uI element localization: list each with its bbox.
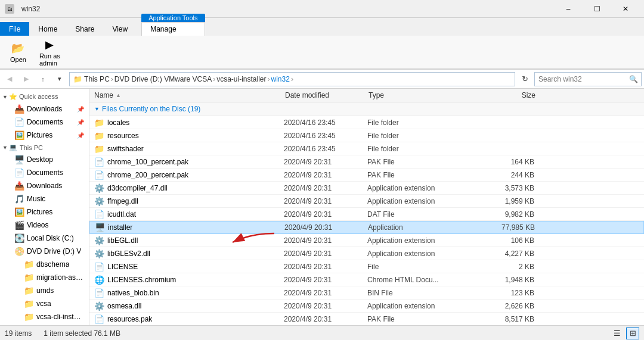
quick-access-label: ⭐ Quick access <box>9 93 58 101</box>
file-row[interactable]: 📄icudtl.dat2020/4/9 20:31DAT File9,982 K… <box>89 208 644 221</box>
sidebar-item-vcsa-cli[interactable]: 📁 vcsa-cli-installe <box>19 310 89 323</box>
group-header[interactable]: ▼ Files Currently on the Disc (19) <box>89 102 644 116</box>
up-button[interactable]: ↑ <box>36 72 50 86</box>
file-icon: 📄 <box>94 288 104 298</box>
file-date: 2020/4/9 20:31 <box>284 184 367 192</box>
file-type: Application <box>368 223 475 232</box>
sidebar-item-dvd[interactable]: 📀 DVD Drive (D:) V <box>10 245 89 258</box>
sidebar-item-videos[interactable]: 🎬 Videos <box>10 219 89 232</box>
status-bar: 19 items 1 item selected 76.1 MB ☰ ⊞ <box>0 325 644 340</box>
file-name: installer <box>108 223 284 232</box>
file-row[interactable]: 🖥️installer2020/4/9 20:31Application77,9… <box>89 221 644 234</box>
dvd-icon: 📀 <box>14 247 24 256</box>
file-row[interactable]: 📄chrome_200_percent.pak2020/4/9 20:31PAK… <box>89 169 644 182</box>
file-size: 2 KB <box>475 263 534 271</box>
file-date: 2020/4/9 20:31 <box>284 158 367 166</box>
col-header-size[interactable]: Size <box>476 91 535 99</box>
back-button[interactable]: ◀ <box>2 72 17 86</box>
file-type: PAK File <box>367 171 475 179</box>
refresh-button[interactable]: ↻ <box>518 72 532 86</box>
file-row[interactable]: 🌐LICENSES.chromium2020/4/9 20:31Chrome H… <box>89 273 644 286</box>
dvd-subitems: 📁 dbschema 📁 migration-assis 📁 umds 📁 vc… <box>0 258 89 325</box>
group-label: Files Currently on the Disc (19) <box>102 105 200 113</box>
sidebar-item-dbschema[interactable]: 📁 dbschema <box>19 258 89 271</box>
sidebar-item-downloads[interactable]: 📥 Downloads <box>10 179 89 192</box>
file-date: 2020/4/16 23:45 <box>284 118 367 127</box>
file-row[interactable]: ⚙️osmesa.dll2020/4/9 20:31Application ex… <box>89 300 644 313</box>
thispc-arrow: ▼ <box>2 145 8 151</box>
forward-button[interactable]: ▶ <box>19 72 33 86</box>
run-label: Run asadmin <box>39 52 60 67</box>
path-win32[interactable]: win32 <box>271 75 290 83</box>
address-path[interactable]: 📁 This PC › DVD Drive (D:) VMware VCSA ›… <box>69 72 515 86</box>
sidebar-label-documents-quick: Documents <box>27 118 63 126</box>
sidebar-item-pictures[interactable]: 🖼️ Pictures <box>10 205 89 219</box>
file-row[interactable]: 📁swiftshader2020/4/16 23:45File folder <box>89 142 644 155</box>
file-row[interactable]: 📁resources2020/4/16 23:45File folder <box>89 129 644 142</box>
ribbon-btn-open[interactable]: 📂 Open <box>5 39 32 66</box>
col-header-name[interactable]: Name ▲ <box>94 91 285 99</box>
sidebar-item-documents-quick[interactable]: 📄 Documents 📌 <box>10 116 89 129</box>
sidebar-item-umds[interactable]: 📁 umds <box>19 284 89 297</box>
sidebar-item-vcsa-converge[interactable]: 📁 vcsa-converge- <box>19 323 89 325</box>
file-row[interactable]: ⚙️d3dcompiler_47.dll2020/4/9 20:31Applic… <box>89 182 644 195</box>
recent-button[interactable]: ▾ <box>52 72 67 86</box>
minimize-button[interactable]: – <box>555 0 582 18</box>
file-row[interactable]: 📄LICENSE2020/4/9 20:31File2 KB <box>89 260 644 273</box>
ribbon: File Home Share View Application Tools M… <box>0 18 644 70</box>
sidebar-item-documents[interactable]: 📄 Documents <box>10 166 89 179</box>
file-row[interactable]: ⚙️ffmpeg.dll2020/4/9 20:31Application ex… <box>89 195 644 208</box>
col-header-date[interactable]: Date modified <box>285 91 369 99</box>
sidebar-quick-access-header[interactable]: ▼ ⭐ Quick access <box>0 91 89 102</box>
maximize-button[interactable]: ☐ <box>583 0 611 18</box>
file-row[interactable]: ⚙️libGLESv2.dll2020/4/9 20:31Application… <box>89 247 644 260</box>
file-icon: ⚙️ <box>94 196 104 206</box>
sidebar-item-desktop[interactable]: 🖥️ Desktop <box>10 153 89 166</box>
sidebar-item-music[interactable]: 🎵 Music <box>10 192 89 205</box>
close-button[interactable]: ✕ <box>612 0 639 18</box>
file-size: 2,626 KB <box>475 302 534 310</box>
file-name: chrome_100_percent.pak <box>107 158 284 166</box>
search-input[interactable] <box>534 72 642 86</box>
file-row[interactable]: 📁locales2020/4/16 23:45File folder <box>89 116 644 129</box>
sidebar-label-umds: umds <box>36 286 54 295</box>
ribbon-btn-run[interactable]: ▶ Run asadmin <box>34 35 66 70</box>
file-date: 2020/4/9 20:31 <box>284 171 367 179</box>
sidebar-item-vcsa[interactable]: 📁 vcsa <box>19 297 89 310</box>
app-tools-label: Application Tools <box>141 14 205 22</box>
file-area: Name ▲ Date modified Type Size ▼ Files C… <box>89 89 644 325</box>
sidebar-item-pictures-quick[interactable]: 🖼️ Pictures 📌 <box>10 129 89 142</box>
file-name: swiftshader <box>107 145 284 153</box>
detail-view-button[interactable]: ☰ <box>611 327 624 339</box>
file-icon: 📁 <box>94 131 104 141</box>
downloads-icon2: 📥 <box>14 181 24 191</box>
file-row[interactable]: ⚙️libEGL.dll2020/4/9 20:31Application ex… <box>89 234 644 247</box>
selected-count: 1 item selected 76.1 MB <box>44 329 120 338</box>
tab-manage[interactable]: Manage <box>141 22 205 36</box>
sidebar-item-downloads-quick[interactable]: 📥 Downloads 📌 <box>10 102 89 116</box>
file-type: BIN File <box>367 289 475 297</box>
quick-access-arrow: ▼ <box>2 94 8 100</box>
file-type: DAT File <box>367 210 475 219</box>
group-arrow-icon: ▼ <box>94 106 100 112</box>
file-row[interactable]: 📄resources.pak2020/4/9 20:31PAK File8,51… <box>89 313 644 325</box>
sidebar-item-migration[interactable]: 📁 migration-assis <box>19 271 89 284</box>
item-count: 19 items <box>5 329 32 338</box>
file-name: resources <box>107 132 284 140</box>
file-type: File folder <box>367 118 475 127</box>
window-controls: – ☐ ✕ <box>555 0 639 18</box>
list-view-button[interactable]: ⊞ <box>626 327 639 339</box>
tab-share[interactable]: Share <box>66 22 103 36</box>
sidebar-label-thispc: This PC <box>20 144 43 151</box>
documents-icon: 📄 <box>14 117 24 127</box>
tab-home[interactable]: Home <box>29 22 66 36</box>
col-header-type[interactable]: Type <box>369 91 476 99</box>
tab-file[interactable]: File <box>0 22 29 36</box>
file-row[interactable]: 📄chrome_100_percent.pak2020/4/9 20:31PAK… <box>89 155 644 169</box>
sidebar-thispc-header[interactable]: ▼ 💻 This PC <box>0 142 89 153</box>
file-date: 2020/4/9 20:31 <box>284 315 367 323</box>
window-icon: 🗂 <box>5 4 14 14</box>
file-row[interactable]: 📄natives_blob.bin2020/4/9 20:31BIN File1… <box>89 286 644 300</box>
tab-view[interactable]: View <box>103 22 137 36</box>
sidebar-item-localc[interactable]: 💽 Local Disk (C:) <box>10 232 89 245</box>
